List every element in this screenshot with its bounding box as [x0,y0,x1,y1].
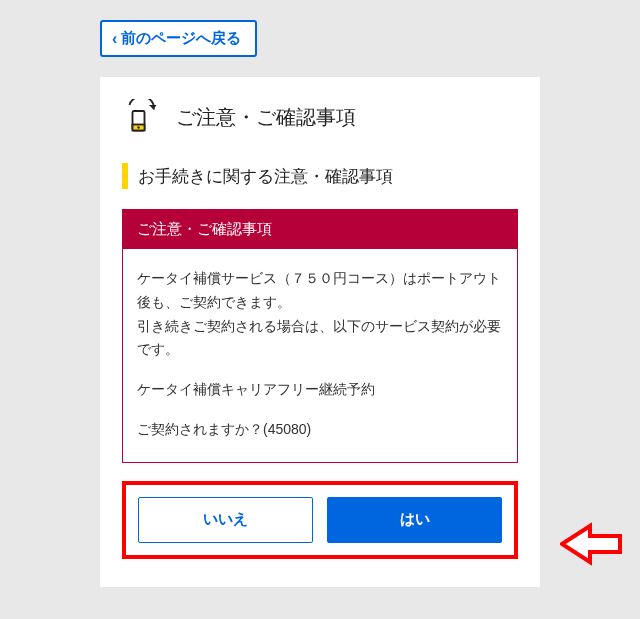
notice-box-body: ケータイ補償サービス（７５０円コース）はポートアウト後も、ご契約できます。 引き… [123,249,517,462]
card-header: ご注意・ご確認事項 [122,99,518,135]
subheading-text: お手続きに関する注意・確認事項 [138,165,393,188]
highlight-frame: いいえ はい [122,481,518,559]
svg-marker-4 [562,526,620,562]
notice-p1: ケータイ補償サービス（７５０円コース）はポートアウト後も、ご契約できます。 [137,267,503,315]
notice-box: ご注意・ご確認事項 ケータイ補償サービス（７５０円コース）はポートアウト後も、ご… [122,209,518,463]
phone-refresh-icon [122,99,158,135]
button-row: いいえ はい [138,497,502,543]
chevron-left-icon: ‹ [112,31,117,47]
svg-point-3 [137,126,139,128]
subheading: お手続きに関する注意・確認事項 [122,163,518,189]
no-button-label: いいえ [203,510,248,529]
notice-card: ご注意・ご確認事項 お手続きに関する注意・確認事項 ご注意・ご確認事項 ケータイ… [100,77,540,587]
notice-box-header: ご注意・ご確認事項 [123,210,517,249]
yes-button[interactable]: はい [327,497,502,543]
notice-p4: ご契約されますか？(45080) [137,418,503,442]
arrow-left-icon [560,522,624,566]
accent-bar [122,163,128,189]
notice-p2: 引き続きご契約される場合は、以下のサービス契約が必要です。 [137,315,503,363]
notice-p3: ケータイ補償キャリアフリー継続予約 [137,378,503,402]
yes-button-label: はい [400,510,430,529]
card-title: ご注意・ご確認事項 [176,104,356,131]
no-button[interactable]: いいえ [138,497,313,543]
back-button[interactable]: ‹ 前のページへ戻る [100,20,257,57]
back-button-label: 前のページへ戻る [121,29,241,48]
